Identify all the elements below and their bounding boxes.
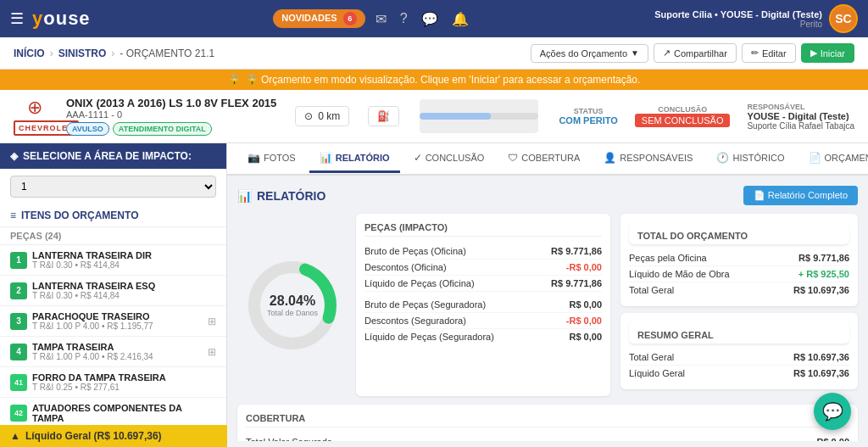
help-icon[interactable]: ? (400, 11, 408, 26)
header-right: Suporte Cília • YOUSE - Digital (Teste) … (654, 4, 858, 33)
car-plate: AAA-1111 - 0 (66, 109, 276, 120)
list-item[interactable]: 4 TAMPA TRASEIRA T R&I 1.00 P 4.00 • R$ … (0, 337, 226, 367)
left-panel: ◈ SELECIONE A ÁREA DE IMPACTO: 1 ≡ ITENS… (0, 143, 227, 441)
speedometer-icon: ⊙ (304, 110, 313, 122)
breadcrumb-bar: INÍCIO › SINISTRO › - ORÇAMENTO 21.1 Açõ… (0, 37, 868, 70)
item-number: 42 (10, 405, 27, 422)
tag-avulso: AVULSO (66, 122, 109, 136)
table-row: Descontos (Oficina) -R$ 0,00 (364, 260, 602, 276)
donut-chart: 28.04% Total de Danos (237, 214, 348, 396)
novidades-badge: 6 (343, 12, 357, 25)
right-panel: 📷 FOTOS 📊 RELATÓRIO ✓ CONCLUSÃO 🛡 COBERT… (227, 143, 868, 441)
mail-icon[interactable]: ✉ (376, 11, 387, 27)
user-name: Suporte Cília • YOUSE - Digital (Teste) (654, 9, 822, 20)
tab-historico[interactable]: 🕐 HISTÓRICO (706, 145, 794, 173)
status-section: STATUS COM PERITO CONCLUSÃO SEM CONCLUSÃ… (559, 103, 854, 131)
breadcrumb-sep2: › (111, 47, 114, 59)
item-info: TAMPA TRASEIRA T R&I 1.00 P 4.00 • R$ 2.… (32, 342, 203, 361)
document-icon: 📄 (754, 190, 765, 200)
donut-percent: 28.04% (267, 293, 318, 309)
novidades-button[interactable]: NOVIDADES 6 (273, 9, 364, 28)
right-cards: TOTAL DO ORÇAMENTO Peças pela Oficina R$… (620, 214, 858, 396)
total-orcamento-title: TOTAL DO ORÇAMENTO (629, 222, 849, 245)
item-info: LANTERNA TRASEIRA DIR T R&I 0.30 • R$ 41… (32, 250, 216, 270)
share-icon: ↗ (663, 47, 670, 59)
user-role: Perito (654, 20, 822, 29)
breadcrumb-orcamento: - ORÇAMENTO 21.1 (120, 47, 214, 59)
list-item[interactable]: 41 FORRO DA TAMPA TRASEIRA T R&I 0.25 • … (0, 367, 226, 398)
item-number: 1 (10, 252, 27, 269)
table-row: Total Geral R$ 10.697,36 (629, 349, 849, 366)
cobertura-section: COBERTURA Total Valor Segurado R$ 0,00 V… (237, 405, 858, 441)
breadcrumb: INÍCIO › SINISTRO › - ORÇAMENTO 21.1 (14, 47, 214, 59)
chat-icon[interactable]: 💬 (421, 11, 438, 27)
car-brand-logo: ⊕ CHEVROLET (14, 97, 56, 136)
tab-cobertura[interactable]: 🛡 COBERTURA (498, 145, 590, 173)
list-item[interactable]: 1 LANTERNA TRASEIRA DIR T R&I 0.30 • R$ … (0, 245, 226, 276)
editar-button[interactable]: ✏ Editar (742, 43, 796, 63)
table-row: Total Valor Segurado R$ 0,00 (246, 434, 849, 441)
list-item[interactable]: 3 PARACHOQUE TRASEIRO T R&I 1.00 P 4.00 … (0, 306, 226, 337)
km-value: 0 km (318, 110, 340, 122)
camera-icon: 📷 (248, 152, 260, 164)
tab-conclusao[interactable]: ✓ CONCLUSÃO (403, 145, 495, 173)
compartilhar-button[interactable]: ↗ Compartilhar (654, 43, 737, 63)
shield-icon: 🛡 (508, 152, 518, 164)
item-info: LANTERNA TRASEIRA ESQ T R&I 0.30 • R$ 41… (32, 281, 216, 300)
fuel-icon: ⛽ (377, 110, 390, 122)
report-grid: 28.04% Total de Danos PEÇAS (IMPACTO) Br… (237, 214, 858, 396)
report-icon: 📊 (237, 189, 252, 203)
conclusao-col: CONCLUSÃO SEM CONCLUSÃO (635, 105, 731, 127)
breadcrumb-sep1: › (50, 47, 53, 59)
bell-icon[interactable]: 🔔 (452, 11, 469, 27)
cobertura-title: COBERTURA (246, 413, 849, 427)
item-number: 2 (10, 282, 27, 299)
progress-bar-placeholder (420, 99, 538, 133)
impact-select[interactable]: 1 (10, 176, 216, 198)
edit-icon: ✏ (751, 47, 759, 59)
play-icon: ▶ (810, 47, 817, 59)
items-header: ≡ ITENS DO ORÇAMENTO (0, 204, 226, 227)
content-area: 📊 RELATÓRIO 📄 Relatório Completo (227, 176, 868, 441)
fuel-box: ⛽ (368, 106, 399, 126)
main-layout: ◈ SELECIONE A ÁREA DE IMPACTO: 1 ≡ ITENS… (0, 143, 868, 441)
breadcrumb-sinistro[interactable]: SINISTRO (58, 47, 107, 59)
chat-fab-button[interactable]: 💬 (814, 393, 851, 430)
section-title: 📊 RELATÓRIO (237, 189, 326, 203)
breadcrumb-inicio[interactable]: INÍCIO (14, 47, 45, 59)
hamburger-icon[interactable]: ☰ (10, 9, 24, 28)
item-info: FORRO DA TAMPA TRASEIRA T R&I 0.25 • R$ … (32, 372, 216, 392)
list-item[interactable]: 2 LANTERNA TRASEIRA ESQ T R&I 0.30 • R$ … (0, 276, 226, 306)
relatorio-completo-button[interactable]: 📄 Relatório Completo (743, 186, 858, 205)
donut-text: 28.04% Total de Danos (267, 293, 318, 317)
item-number: 4 (10, 344, 27, 360)
bottom-bar: ▲ Líquido Geral (R$ 10.697,36) (0, 425, 227, 441)
tab-orcamentos[interactable]: 📄 ORÇAMENTOS (798, 145, 868, 173)
table-row: Líquido de Peças (Seguradora) R$ 0,00 (364, 329, 602, 344)
pecas-impacto-card: PEÇAS (IMPACTO) Bruto de Peças (Oficina)… (356, 214, 610, 396)
car-tags: AVULSO ATENDIMENTO DIGITAL (66, 122, 276, 136)
iniciar-button[interactable]: ▶ Iniciar (801, 43, 854, 63)
car-info: ONIX (2013 A 2016) LS 1.0 8V FLEX 2015 A… (66, 97, 276, 136)
breadcrumb-actions: Ações do Orçamento ▼ ↗ Compartilhar ✏ Ed… (531, 43, 854, 63)
orcamento-items-list: 1 LANTERNA TRASEIRA DIR T R&I 0.30 • R$ … (0, 245, 226, 429)
tab-fotos[interactable]: 📷 FOTOS (237, 145, 306, 173)
table-row: Total Geral R$ 10.697,36 (629, 282, 849, 298)
tab-responsaveis[interactable]: 👤 RESPONSÁVEIS (593, 145, 703, 173)
clock-icon: 🕐 (716, 152, 729, 164)
users-icon: 👤 (604, 152, 616, 164)
list-icon: ≡ (10, 210, 16, 221)
car-model: ONIX (2013 A 2016) LS 1.0 8V FLEX 2015 (66, 97, 276, 109)
tab-relatorio[interactable]: 📊 RELATÓRIO (309, 145, 400, 173)
chevron-down-icon: ▼ (631, 48, 639, 58)
tag-digital: ATENDIMENTO DIGITAL (113, 122, 212, 136)
lock-icon: 🔒 (228, 74, 241, 86)
impact-icon: ◈ (10, 150, 18, 162)
item-info: ATUADORES COMPONENTES DA TAMPA (32, 403, 216, 423)
group-icon: ⊞ (208, 316, 216, 327)
pecas-header: PEÇAS (24) (0, 227, 226, 245)
left-panel-header: ◈ SELECIONE A ÁREA DE IMPACTO: (0, 143, 226, 169)
header: ☰ youse NOVIDADES 6 ✉ ? 💬 🔔 Suporte Cíli… (0, 0, 868, 37)
acoes-orcamento-button[interactable]: Ações do Orçamento ▼ (531, 44, 648, 63)
check-icon: ✓ (414, 152, 422, 164)
